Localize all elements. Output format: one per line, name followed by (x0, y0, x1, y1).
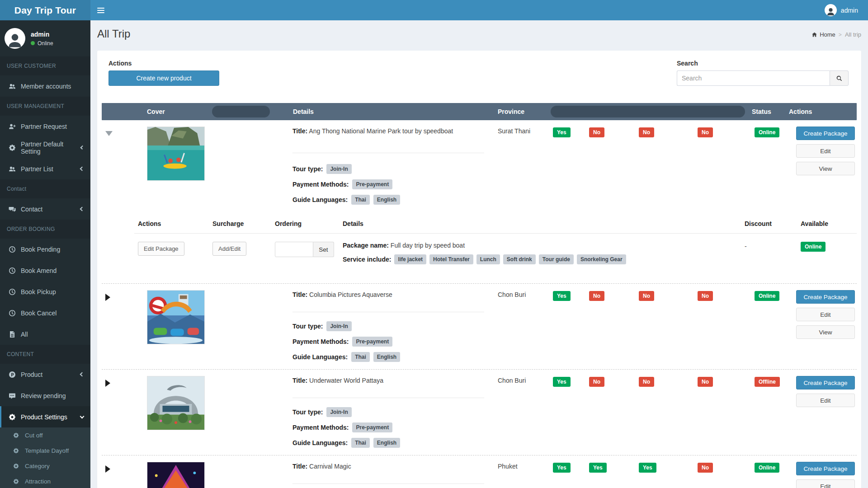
pkg-header-surcharge: Surcharge (209, 220, 271, 227)
service-include-label: Service include: (343, 256, 391, 263)
create-package-button[interactable]: Create Package (796, 127, 855, 140)
sidebar-item-product[interactable]: Product (0, 364, 90, 385)
trip-title: Columbia Pictures Aquaverse (309, 291, 392, 298)
column-header-actions: Actions (784, 108, 857, 115)
expand-row-caret[interactable] (105, 380, 110, 387)
home-icon (811, 32, 817, 38)
cover-image-carnival (147, 462, 205, 488)
language-badge: English (373, 438, 400, 448)
user-avatar-icon (825, 4, 837, 16)
sidebar-subitem-category[interactable]: Category (0, 458, 90, 474)
ordering-input[interactable] (275, 242, 313, 257)
sidebar-toggle-button[interactable] (90, 0, 111, 20)
app-logo[interactable]: Day Trip Tour (0, 0, 90, 20)
sidebar-item-partner-request[interactable]: Partner Request (0, 116, 90, 137)
search-button[interactable] (830, 70, 849, 86)
trip-title: Carnival Magic (309, 463, 351, 470)
cover-image-kayak (147, 127, 205, 181)
flag-badge: Yes (553, 127, 571, 137)
chevron-down-icon (80, 414, 85, 418)
edit-button[interactable]: Edit (796, 308, 855, 321)
tour-type-badge: Join-In (326, 164, 351, 174)
trips-table: Cover Details Province Status Actions (102, 103, 857, 488)
flag-badge: Yes (553, 291, 571, 301)
clock-icon (8, 267, 16, 274)
search-input[interactable] (677, 70, 830, 86)
sidebar-item-product-settings[interactable]: Product Settings (0, 406, 90, 427)
sidebar-item-member-accounts[interactable]: Member accounts (0, 75, 90, 97)
sidebar-item-partner-list[interactable]: Partner List (0, 158, 90, 179)
edit-button[interactable]: Edit (796, 394, 855, 407)
create-new-product-button[interactable]: Create new product (108, 70, 219, 86)
edit-package-button[interactable]: Edit Package (138, 242, 184, 256)
flag-badge: No (639, 127, 654, 137)
sidebar-user-name: admin (31, 31, 53, 38)
flag-badge: No (639, 291, 654, 301)
comments-icon (8, 205, 16, 213)
service-badge: Snorkeling Gear (577, 254, 626, 264)
trip-title: Ang Thong National Marine Park tour by s… (309, 127, 453, 135)
create-package-button[interactable]: Create Package (796, 462, 855, 475)
edit-button[interactable]: Edit (796, 144, 855, 158)
discount-value: - (741, 242, 797, 250)
sidebar-item-book-pending[interactable]: Book Pending (0, 239, 90, 260)
sidebar-item-review-pending[interactable]: Review pending (0, 385, 90, 406)
flag-badge: Yes (589, 463, 607, 473)
service-badge: life jacket (394, 254, 426, 264)
flag-badge: Yes (553, 377, 571, 387)
flag-badge: No (639, 377, 654, 387)
header-pill (212, 106, 270, 117)
expand-row-caret[interactable] (105, 465, 110, 473)
sidebar-subitem-cut-off[interactable]: Cut off (0, 427, 90, 443)
pkg-header-available: Available (797, 220, 857, 227)
sidebar-subitem-attraction[interactable]: Attraction (0, 474, 90, 488)
users-icon (8, 165, 16, 173)
breadcrumb-current: All trip (845, 31, 861, 38)
sidebar-item-book-amend[interactable]: Book Amend (0, 260, 90, 281)
menu-header-contact: Contact (0, 179, 90, 198)
surcharge-add-edit-button[interactable]: Add/Edit (212, 242, 246, 256)
cover-image-aquarium (147, 376, 205, 430)
sidebar-item-contact[interactable]: Contact (0, 198, 90, 220)
province-cell: Chon Buri (493, 284, 544, 367)
edit-button[interactable]: Edit (796, 479, 855, 488)
sidebar-item-partner-default-setting[interactable]: Partner Default Setting (0, 137, 90, 158)
pkg-header-discount: Discount (741, 220, 797, 227)
view-button[interactable]: View (796, 162, 855, 175)
user-name: admin (841, 7, 858, 14)
sidebar-avatar (5, 28, 25, 49)
cover-image-theme-park (147, 290, 205, 344)
gear-icon (12, 478, 20, 485)
view-button[interactable]: View (796, 325, 855, 339)
gear-icon (8, 413, 16, 421)
navbar: admin (90, 0, 868, 20)
trip-row-group: Title: Columbia Pictures Aquaverse Tour … (102, 283, 857, 369)
collapse-row-caret[interactable] (105, 131, 113, 136)
sidebar-item-book-cancel[interactable]: Book Cancel (0, 302, 90, 324)
sidebar: admin Online USER CUSTOMER Member accoun… (0, 20, 90, 488)
menu-header-user-customer: USER CUSTOMER (0, 56, 90, 75)
user-plus-icon (8, 122, 16, 130)
tour-type-label: Tour type: (292, 165, 323, 173)
create-package-button[interactable]: Create Package (796, 290, 855, 304)
trip-row-group: Title: Underwater World Pattaya Tour typ… (102, 369, 857, 455)
create-package-button[interactable]: Create Package (796, 376, 855, 389)
sidebar-item-book-pickup[interactable]: Book Pickup (0, 281, 90, 302)
payment-badge: Pre-payment (352, 337, 392, 347)
status-badge: Online (755, 291, 779, 301)
ordering-set-button[interactable]: Set (313, 242, 334, 257)
table-header-row: Cover Details Province Status Actions (102, 103, 857, 120)
gear-icon (12, 447, 20, 455)
package-panel: Actions Surcharge Ordering Details Disco… (134, 220, 857, 270)
sidebar-item-all[interactable]: All (0, 324, 90, 345)
language-badge: Thai (351, 438, 370, 448)
flag-badge: No (589, 127, 604, 137)
service-badge: Hotel Transfer (429, 254, 473, 264)
package-name-label: Package name: (343, 242, 389, 249)
page-title: All Trip (97, 28, 130, 40)
expand-row-caret[interactable] (105, 294, 110, 301)
user-menu[interactable]: admin (815, 0, 868, 20)
service-badge: Lunch (476, 254, 500, 264)
breadcrumb-home-link[interactable]: Home (811, 31, 835, 38)
sidebar-subitem-template-dayoff[interactable]: Template Dayoff (0, 443, 90, 458)
